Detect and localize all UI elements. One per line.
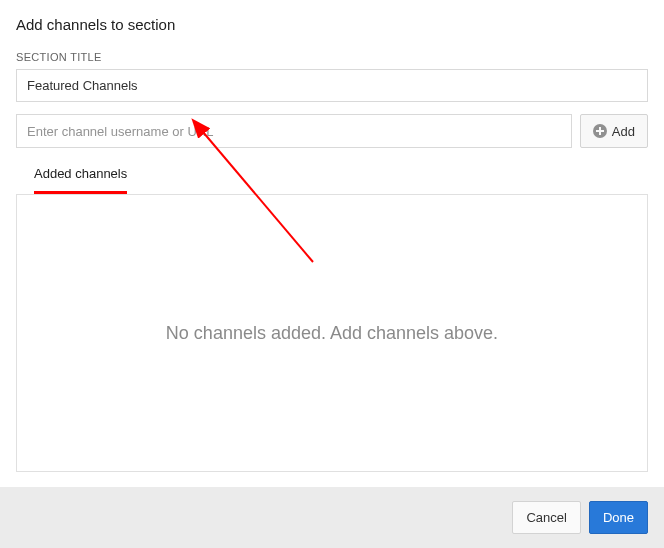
added-channels-panel: No channels added. Add channels above. xyxy=(16,194,648,472)
channel-url-input[interactable] xyxy=(16,114,572,148)
tab-added-channels[interactable]: Added channels xyxy=(34,166,127,194)
section-title-input[interactable] xyxy=(16,69,648,102)
add-button-label: Add xyxy=(612,124,635,139)
add-button[interactable]: Add xyxy=(580,114,648,148)
section-title-label: SECTION TITLE xyxy=(16,51,648,63)
dialog-title: Add channels to section xyxy=(16,16,648,33)
plus-circle-icon xyxy=(593,124,607,138)
done-button[interactable]: Done xyxy=(589,501,648,534)
cancel-button[interactable]: Cancel xyxy=(512,501,580,534)
empty-state-text: No channels added. Add channels above. xyxy=(166,323,498,344)
dialog-footer: Cancel Done xyxy=(0,487,664,548)
